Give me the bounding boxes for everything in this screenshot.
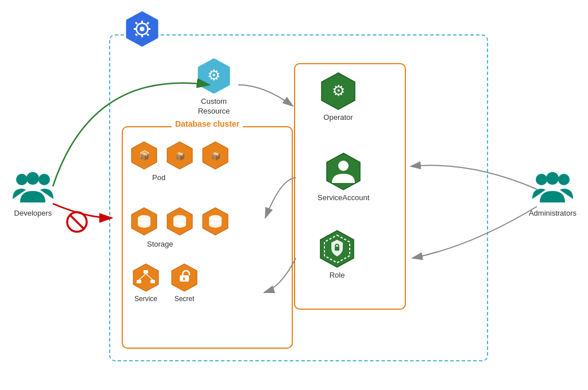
custom-resource-icon: ⚙ (195, 57, 233, 95)
svg-point-10 (140, 27, 145, 32)
role-label: Role (330, 271, 345, 279)
svg-point-55 (546, 172, 559, 185)
svg-rect-42 (150, 280, 155, 283)
svg-text:📦: 📦 (140, 151, 150, 161)
service-icon-wrap: Service (131, 263, 161, 303)
developers-label: Developers (14, 209, 52, 217)
operator-label: Operator (323, 113, 353, 122)
administrators-wrap: Administrators (529, 169, 577, 217)
svg-point-54 (558, 174, 570, 185)
developers-wrap: Developers (11, 169, 55, 217)
svg-rect-40 (144, 270, 148, 274)
svg-rect-47 (183, 278, 185, 280)
kubernetes-icon-wrap (123, 10, 161, 48)
svg-line-9 (136, 34, 137, 36)
svg-point-48 (16, 174, 28, 185)
svg-marker-39 (133, 264, 158, 291)
custom-resource-wrap: ⚙ CustomResource (195, 57, 233, 116)
secret-label: Secret (169, 295, 199, 303)
role-icon-wrap: Role (318, 229, 357, 279)
svg-line-8 (147, 22, 149, 24)
svg-rect-19 (335, 247, 339, 251)
pod-row: ⬡ 📦 📦 📦 (129, 141, 230, 170)
diagram-container: Database cluster ⚙ CustomResource (0, 0, 588, 390)
svg-point-38 (209, 222, 222, 228)
no-sign-icon (66, 211, 88, 233)
svg-point-50 (26, 172, 39, 185)
storage-icon-2 (165, 206, 195, 236)
svg-text:⚙: ⚙ (332, 82, 345, 99)
svg-line-7 (147, 34, 149, 36)
developers-icon (11, 169, 55, 206)
svg-text:⚙: ⚙ (207, 67, 220, 84)
pod-label: Pod (152, 173, 165, 182)
svg-point-53 (536, 174, 547, 185)
role-icon (318, 229, 357, 268)
operator-icon: ⚙ (319, 72, 358, 111)
custom-resource-label: CustomResource (198, 97, 230, 116)
svg-text:📦: 📦 (175, 151, 185, 161)
svg-line-52 (69, 214, 84, 229)
storage-row (129, 206, 230, 236)
svg-text:📦: 📦 (211, 151, 221, 161)
service-account-label: ServiceAccount (318, 193, 369, 202)
svg-point-34 (173, 222, 186, 228)
service-label: Service (131, 295, 161, 303)
service-account-icon (324, 152, 363, 191)
database-cluster-label: Database cluster (172, 119, 243, 128)
pod-icon-3: 📦 (200, 141, 230, 170)
svg-point-30 (138, 222, 150, 228)
storage-icon-1 (129, 206, 159, 236)
svg-line-6 (136, 22, 137, 24)
svg-point-16 (338, 161, 349, 171)
administrators-label: Administrators (529, 209, 577, 217)
svg-rect-41 (137, 280, 141, 283)
no-sign-wrap (66, 211, 88, 235)
secret-icon-wrap: Secret (169, 263, 199, 303)
pod-icon-2: 📦 (165, 141, 195, 170)
storage-label: Storage (147, 240, 173, 248)
service-account-icon-wrap: ServiceAccount (318, 152, 369, 202)
pod-icon-1: ⬡ 📦 (129, 141, 159, 170)
secret-icon (169, 263, 199, 292)
svg-marker-15 (327, 153, 360, 190)
service-icon (131, 263, 161, 292)
administrators-icon (531, 169, 574, 206)
kubernetes-icon (123, 10, 161, 48)
storage-icon-3 (200, 206, 230, 236)
svg-point-49 (38, 174, 50, 185)
operator-icon-wrap: ⚙ Operator (319, 72, 358, 122)
